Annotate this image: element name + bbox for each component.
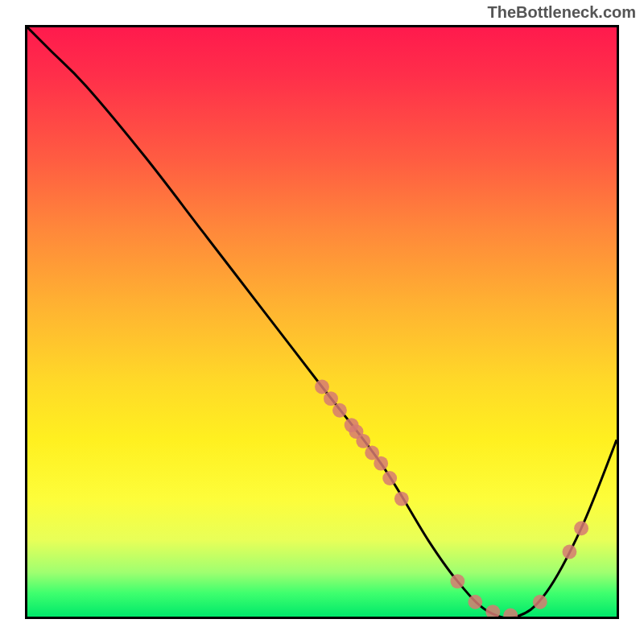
- curve-marker: [563, 545, 577, 559]
- chart-container: TheBottleneck.com: [0, 0, 644, 644]
- plot-area: [25, 25, 619, 619]
- curve-marker: [332, 403, 347, 418]
- curve-markers: [315, 380, 588, 617]
- curve-svg: [27, 27, 617, 617]
- curve-marker: [382, 471, 397, 485]
- curve-marker: [374, 456, 388, 471]
- curve-marker: [356, 434, 370, 448]
- curve-marker: [450, 574, 464, 588]
- curve-marker: [394, 492, 409, 506]
- curve-marker: [485, 605, 500, 617]
- bottleneck-curve: [27, 27, 617, 617]
- curve-marker: [315, 380, 329, 394]
- curve-marker: [468, 595, 482, 609]
- watermark-text: TheBottleneck.com: [488, 3, 636, 22]
- curve-marker: [503, 609, 518, 617]
- curve-marker: [324, 391, 338, 406]
- curve-marker: [574, 521, 588, 535]
- curve-marker: [533, 595, 547, 609]
